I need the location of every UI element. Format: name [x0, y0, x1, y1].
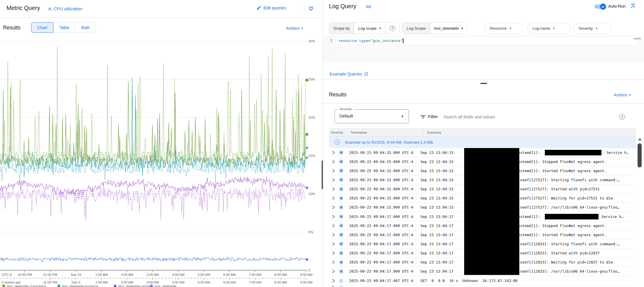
- expand-chevron-icon[interactable]: [332, 233, 336, 237]
- pill-label: Severity: [579, 26, 593, 31]
- svg-text:0: 0: [308, 268, 310, 272]
- query-editor[interactable]: 1 resource.type="gce_instance": [323, 36, 644, 63]
- help-icon: ?: [619, 114, 625, 120]
- severity-default-icon: [338, 168, 344, 174]
- summary-text: systemd[1]: Started FlooNet egress agent…: [516, 233, 606, 237]
- auto-run-toggle[interactable]: [594, 4, 606, 9]
- chevron-down-icon: ▾: [629, 93, 631, 97]
- vertical-scrollbar[interactable]: [636, 128, 644, 287]
- legend-item[interactable]: test_deletable-single: [114, 284, 151, 287]
- chevron-down-icon: ▾: [553, 27, 555, 30]
- scan-status-banner: i Scanned up to 9/23/25, 9:04 AM. Scanne…: [329, 136, 636, 148]
- expand-chevron-icon[interactable]: [332, 278, 336, 283]
- chevron-down-icon: ▾: [379, 27, 381, 30]
- expand-chevron-icon[interactable]: [332, 169, 336, 173]
- code-field: resource.type: [338, 38, 368, 43]
- log-timestamp: 2025-09-23 09:04:15.000 UTC-4: [349, 160, 420, 164]
- legend-item[interactable]: test_deletable-instance: [58, 284, 98, 287]
- summary-text: systemd[1]:: [516, 214, 542, 219]
- filter-help-button[interactable]: ?: [619, 114, 625, 120]
- severity-default-icon: [338, 223, 344, 229]
- summary-text: flooefi[27527]: /usr/lib/x86_64-linux-gn…: [516, 205, 620, 209]
- summary-text: systemd[1]: Stopped FlooNet egress agent…: [516, 160, 606, 164]
- series-end-marker: [305, 186, 309, 189]
- cpu-utilization-chart[interactable]: 5%10%15%20%25%30%0UTC-410:00 PM11:00 PMS…: [0, 0, 323, 287]
- svg-text:9:00 AM: 9:00 AM: [300, 273, 312, 276]
- summary-text: flooefi[27527]: Starting flooefi with co…: [516, 178, 620, 182]
- expand-chevron-icon[interactable]: [332, 205, 336, 209]
- editor-line-number: 1: [323, 38, 332, 43]
- scope-help-button[interactable]: ?: [385, 23, 399, 34]
- scroll-up-arrow[interactable]: [638, 138, 642, 140]
- pill-log-name[interactable]: Log name▾: [528, 23, 571, 34]
- log-timestamp: 2025-09-23 09:04:15.000 UTC-4: [349, 178, 420, 182]
- expand-chevron-icon[interactable]: [332, 150, 336, 155]
- summary-prefix: Sep 23 13:04:17: [420, 251, 454, 255]
- summary-prefix: Sep 23 13:04:15: [420, 160, 454, 164]
- pill-severity[interactable]: Severity▾: [574, 23, 612, 34]
- expand-chevron-icon[interactable]: [332, 196, 336, 200]
- log-summary: Sep 23 13:04:15flooefi[27527]: Starting …: [420, 178, 636, 182]
- pill-resource[interactable]: Resource▾: [485, 23, 523, 34]
- auto-run-label: Auto-Run: [608, 4, 626, 9]
- legend-item[interactable]: test_deletable: [150, 284, 177, 287]
- expand-chevron-icon[interactable]: [332, 160, 336, 164]
- summary-prefix: Sep 23 13:04:17: [420, 214, 454, 219]
- link-icon[interactable]: [366, 4, 371, 10]
- filter-list-icon: [420, 114, 426, 120]
- log-summary: Sep 23 13:04:15systemd[1]: Started FlooN…: [420, 169, 636, 173]
- example-queries-link[interactable]: Example Queries: [329, 72, 368, 76]
- scrollbar-thumb[interactable]: [638, 143, 642, 167]
- log-summary: Sep 23 13:04:17flooefi[12833]: /usr/lib/…: [420, 269, 636, 273]
- expand-chevron-icon[interactable]: [332, 260, 336, 264]
- summary-text: systemd[1]:: [516, 150, 542, 155]
- expand-chevron-icon[interactable]: [332, 285, 336, 287]
- summary-prefix: Sep 23 13:04:17: [420, 233, 454, 237]
- log-summary: GET 0 0 B 10 s Unknown 34.173.67.243:80: [420, 278, 636, 283]
- log-row[interactable]: [329, 285, 636, 287]
- log-summary: Sep 23 13:04:17systemd[1]: Stopped FlooN…: [420, 224, 636, 228]
- svg-text:30%: 30%: [308, 39, 315, 43]
- expand-chevron-icon[interactable]: [332, 242, 336, 246]
- severity-default-icon: [338, 186, 344, 192]
- search-input[interactable]: [443, 112, 608, 122]
- summary-text: flooefi[12833]: Waiting for pid=12837 to…: [516, 260, 613, 264]
- svg-text:Sep 23: Sep 23: [70, 273, 81, 276]
- svg-text:1:00 AM: 1:00 AM: [95, 281, 108, 284]
- summary-prefix: Sep 23 13:04:15: [420, 187, 454, 191]
- severity-default-icon: [338, 159, 344, 165]
- svg-text:11:00 PM: 11:00 PM: [43, 281, 57, 284]
- svg-text:10%: 10%: [308, 192, 315, 196]
- editor-code-line[interactable]: resource.type="gce_instance": [336, 37, 637, 45]
- panel-resize-handle[interactable]: [480, 83, 487, 84]
- expand-chevron-icon[interactable]: [332, 214, 336, 219]
- expand-chevron-icon[interactable]: [332, 251, 336, 255]
- expand-chevron-icon[interactable]: [332, 269, 336, 273]
- log-timestamp: 2025-09-23 09:04:17.407 UTC-4: [349, 278, 420, 283]
- log-timestamp: 2025-09-23 09:04:17.000 UTC-4: [349, 233, 420, 237]
- log-scope-dropdown[interactable]: test_deletable ▾: [430, 23, 467, 34]
- log-actions-button[interactable]: Actions ▾: [614, 93, 631, 97]
- column-header-timestamp[interactable]: Timestamp: [348, 129, 424, 136]
- divider: [323, 79, 644, 80]
- svg-text:1:00 AM: 1:00 AM: [95, 273, 108, 276]
- editor-scrollbar[interactable]: [633, 38, 641, 39]
- scope-dropdown[interactable]: Log scope ▾: [354, 23, 385, 34]
- summary-prefix: Sep 23 13:04:15: [420, 196, 454, 200]
- legend-label: test_deletable-instance: [62, 284, 98, 287]
- summary-text: flooefi[27527]: Started with pid=27531: [516, 187, 600, 191]
- column-header-severity[interactable]: Severity: [329, 129, 348, 136]
- summary-prefix: Sep 23 13:04:15: [420, 205, 454, 209]
- collapse-up-icon[interactable]: [630, 3, 636, 9]
- severity-default-icon: [338, 259, 344, 265]
- legend-item[interactable]: test_deletable-2-instance: [2, 284, 46, 287]
- help-icon: ?: [390, 26, 395, 31]
- scope-by-label: Scope by: [329, 23, 354, 34]
- log-row[interactable]: i2025-09-23 09:04:17.407 UTC-4GET 0 0 B …: [329, 276, 636, 285]
- summary-prefix: Sep 23 13:04:17: [420, 224, 454, 228]
- severity-select[interactable]: Severity Default ▼: [334, 109, 409, 123]
- column-header-summary[interactable]: Summary: [424, 129, 636, 136]
- expand-chevron-icon[interactable]: [332, 187, 336, 191]
- expand-chevron-icon[interactable]: [332, 224, 336, 228]
- expand-chevron-icon[interactable]: [332, 178, 336, 182]
